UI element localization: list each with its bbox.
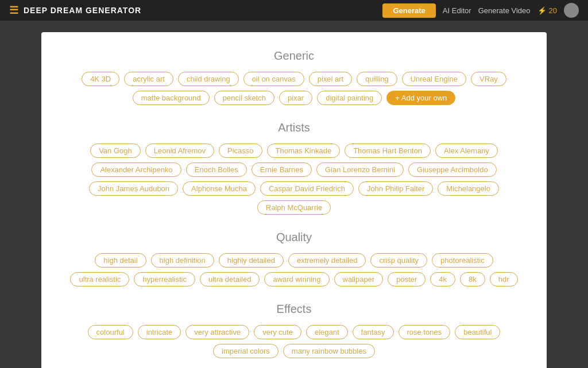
tag-item[interactable]: 4k bbox=[430, 272, 455, 286]
tag-item[interactable]: colourful bbox=[88, 325, 133, 339]
tags-artists: Van GoghLeonid AfremovPicassoThomas Kink… bbox=[64, 144, 524, 215]
tag-item[interactable]: beautiful bbox=[455, 325, 500, 339]
tag-item[interactable]: acrylic art bbox=[124, 72, 173, 86]
tag-item[interactable]: pencil sketch bbox=[214, 91, 274, 105]
tag-item[interactable]: Unreal Engine bbox=[402, 72, 466, 86]
tag-item[interactable]: very attractive bbox=[185, 325, 249, 339]
tag-item[interactable]: Alex Alemany bbox=[435, 144, 498, 158]
tag-item[interactable]: highly detailed bbox=[219, 253, 284, 268]
tag-item[interactable]: Thomas Kinkade bbox=[267, 144, 341, 158]
modal: Generic4K 3Dacrylic artchild drawingoil … bbox=[41, 32, 547, 368]
tag-item[interactable]: hyperrealistic bbox=[134, 272, 195, 286]
tag-item[interactable]: high definition bbox=[151, 253, 214, 268]
tag-item[interactable]: 8k bbox=[460, 272, 485, 286]
tag-item[interactable]: Ralph McQuarrie bbox=[257, 200, 331, 215]
tag-item[interactable]: intricate bbox=[138, 325, 181, 339]
section-generic: Generic4K 3Dacrylic artchild drawingoil … bbox=[64, 49, 524, 105]
tag-item[interactable]: award winning bbox=[264, 272, 329, 286]
logo: ☰ DEEP DREAM GENERATOR bbox=[9, 4, 141, 17]
section-artists: ArtistsVan GoghLeonid AfremovPicassoThom… bbox=[64, 121, 524, 215]
tag-item[interactable]: photorealistic bbox=[432, 253, 493, 268]
logo-text: DEEP DREAM GENERATOR bbox=[24, 6, 141, 15]
tag-item[interactable]: Thomas Hart Benton bbox=[345, 144, 431, 158]
tag-item[interactable]: digital painting bbox=[317, 91, 382, 105]
tags-generic: 4K 3Dacrylic artchild drawingoil on canv… bbox=[64, 72, 524, 105]
tag-item[interactable]: pixel art bbox=[309, 72, 353, 86]
section-title-quality: Quality bbox=[64, 231, 524, 244]
tag-item[interactable]: Enoch Bolles bbox=[186, 162, 247, 177]
topbar-actions: Generate AI Editor Generate Video ⚡ 20 bbox=[382, 3, 579, 18]
tag-item[interactable]: child drawing bbox=[178, 72, 239, 86]
tag-item[interactable]: Giuseppe Arcimboldo bbox=[408, 162, 497, 177]
tag-item[interactable]: many rainbow bubbles bbox=[283, 344, 375, 358]
energy-icon: ⚡ bbox=[537, 6, 547, 15]
tag-item[interactable]: Alphonse Mucha bbox=[183, 181, 256, 196]
section-title-effects: Effects bbox=[64, 303, 524, 316]
tag-item[interactable]: Caspar David Friedrich bbox=[260, 181, 354, 196]
main-content: Generic4K 3Dacrylic artchild drawingoil … bbox=[0, 21, 588, 368]
user-avatar[interactable] bbox=[564, 3, 579, 18]
tag-item[interactable]: Gian Lorenzo Bernini bbox=[316, 162, 404, 177]
section-quality: Qualityhigh detailhigh definitionhighly … bbox=[64, 231, 524, 286]
tag-item[interactable]: Michelangelo bbox=[438, 181, 499, 196]
add-your-own-button[interactable]: + Add your own bbox=[386, 91, 455, 105]
tag-item[interactable]: Alexander Archipenko bbox=[91, 162, 181, 177]
section-title-generic: Generic bbox=[64, 49, 524, 63]
tag-item[interactable]: John Philip Falter bbox=[358, 181, 433, 196]
tags-quality: high detailhigh definitionhighly detaile… bbox=[64, 253, 524, 286]
ai-editor-link[interactable]: AI Editor bbox=[443, 6, 471, 15]
tag-item[interactable]: wallpaper bbox=[334, 272, 384, 286]
tag-item[interactable]: matte background bbox=[133, 91, 210, 105]
tag-item[interactable]: crisp quality bbox=[370, 253, 427, 268]
tag-item[interactable]: Ernie Barnes bbox=[252, 162, 312, 177]
section-title-artists: Artists bbox=[64, 121, 524, 134]
tag-item[interactable]: VRay bbox=[471, 72, 506, 86]
tag-item[interactable]: very cute bbox=[254, 325, 301, 339]
tag-item[interactable]: John James Audubon bbox=[89, 181, 178, 196]
section-effects: Effectscolourfulintricatevery attractive… bbox=[64, 303, 524, 358]
tag-item[interactable]: 4K 3D bbox=[82, 72, 119, 86]
tag-item[interactable]: Van Gogh bbox=[90, 144, 141, 158]
tag-item[interactable]: rose tones bbox=[399, 325, 451, 339]
tag-item[interactable]: elegant bbox=[306, 325, 348, 339]
generate-video-link[interactable]: Generate Video bbox=[478, 6, 531, 15]
tag-item[interactable]: quilling bbox=[357, 72, 397, 86]
generate-button[interactable]: Generate bbox=[382, 3, 435, 18]
tag-item[interactable]: ultra detailed bbox=[200, 272, 260, 286]
tag-item[interactable]: Leonid Afremov bbox=[145, 144, 214, 158]
tag-item[interactable]: pixar bbox=[279, 91, 312, 105]
tag-item[interactable]: fantasy bbox=[353, 325, 394, 339]
menu-icon: ☰ bbox=[9, 4, 19, 17]
tag-item[interactable]: poster bbox=[388, 272, 425, 286]
tag-item[interactable]: high detail bbox=[95, 253, 146, 268]
topbar: ☰ DEEP DREAM GENERATOR Generate AI Edito… bbox=[0, 0, 588, 21]
tag-item[interactable]: oil on canvas bbox=[243, 72, 304, 86]
tag-item[interactable]: extremely detailed bbox=[288, 253, 366, 268]
tag-item[interactable]: ultra realistic bbox=[70, 272, 129, 286]
tag-item[interactable]: imperial colors bbox=[213, 344, 278, 358]
tags-effects: colourfulintricatevery attractivevery cu… bbox=[64, 325, 524, 358]
energy-display: ⚡ 20 bbox=[537, 6, 557, 15]
tag-item[interactable]: hdr bbox=[490, 272, 518, 286]
energy-count: 20 bbox=[549, 6, 557, 15]
tag-item[interactable]: Picasso bbox=[219, 144, 262, 158]
